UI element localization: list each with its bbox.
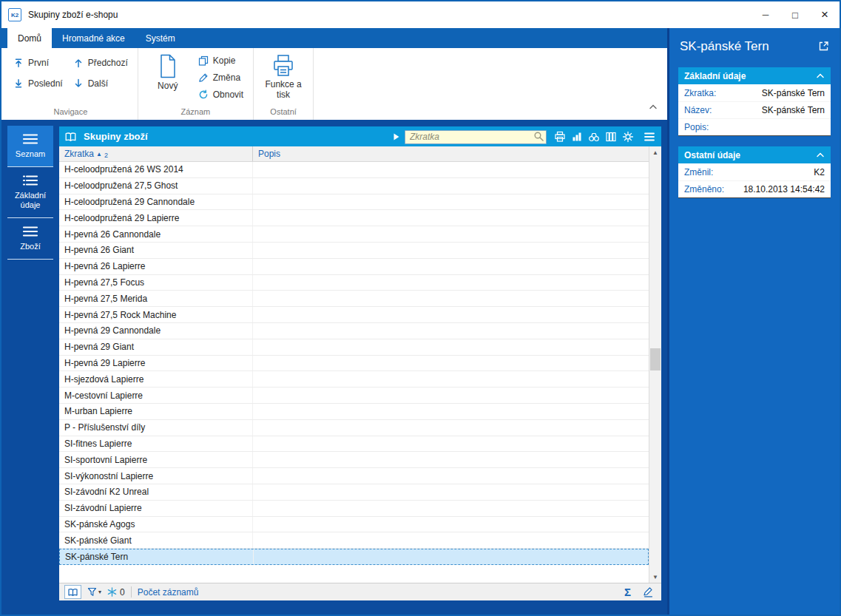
sidebar-item-seznam[interactable]: Seznam — [7, 126, 53, 167]
ribbon-collapse-button[interactable] — [648, 100, 658, 113]
table-row[interactable]: H-pevná 26 Giant — [59, 243, 649, 259]
table-row[interactable]: SI-závodní Lapierre — [59, 501, 649, 517]
menu-button[interactable] — [643, 130, 656, 143]
functions-print-button[interactable]: Funkce a tisk — [260, 53, 307, 100]
scrollbar-thumb[interactable] — [650, 348, 661, 370]
table-row[interactable]: H-celoodpružená 27,5 Ghost — [59, 178, 649, 194]
edit-button[interactable] — [640, 586, 656, 599]
field-zmenil-label: Změnil: — [684, 167, 713, 177]
cell-zkratka: SI-fitnes Lapierre — [59, 436, 253, 452]
table-row[interactable]: SI-fitnes Lapierre — [59, 436, 649, 453]
table-row[interactable]: M-cestovní Lapierre — [59, 387, 649, 404]
table: Zkratka ▲ 2 Popis H-celoodpružená 26 WS … — [59, 146, 649, 583]
new-record-button[interactable]: Nový — [144, 53, 192, 91]
new-record-label: Nový — [158, 81, 178, 91]
table-row[interactable]: H-pevná 29 Lapierre — [59, 356, 649, 372]
titlebar: K2 Skupiny zboží e-shopu ─ □ × — [1, 1, 840, 28]
table-row[interactable]: H-celoodpružená 29 Lapierre — [59, 210, 649, 226]
scrollbar-track[interactable] — [649, 158, 661, 571]
section-zakladni-udaje-title: Základní údaje — [684, 71, 746, 81]
cell-zkratka: SI-závodní K2 Unreal — [59, 484, 253, 500]
table-row[interactable]: H-pevná 29 Cannondale — [59, 323, 649, 339]
close-button[interactable]: × — [810, 1, 840, 28]
chart-button[interactable] — [570, 130, 584, 143]
nav-first-button[interactable]: První — [10, 56, 67, 70]
change-label: Změna — [213, 72, 240, 83]
cell-zkratka: SK-pánské Agogs — [59, 517, 253, 532]
search-box — [405, 129, 547, 143]
window-title: Skupiny zboží e-shopu — [28, 10, 118, 20]
sort-order-number: 2 — [104, 152, 108, 159]
section-zakladni-udaje-header[interactable]: Základní údaje — [678, 67, 831, 84]
records-label[interactable]: Počet záznamů — [138, 587, 199, 598]
collapse-section-button[interactable] — [816, 72, 825, 79]
filter-caret-icon: ▾ — [98, 589, 101, 595]
table-row[interactable]: SK-pánské Tern — [59, 549, 649, 565]
table-row[interactable]: M-urban Lapierre — [59, 404, 649, 420]
ribbon-group-ostatni: Funkce a tisk Ostatní — [254, 48, 314, 120]
cell-popis — [253, 356, 649, 371]
section-ostatni-udaje-body: Změnil: K2 Změněno: 18.10.2013 14:54:42 — [678, 163, 831, 198]
copy-button[interactable]: Kopie — [195, 54, 247, 67]
nav-next-button[interactable]: Další — [70, 77, 132, 90]
sum-icon[interactable]: Σ — [624, 586, 631, 598]
table-row[interactable]: SK-pánské Agogs — [59, 517, 649, 533]
filter-button[interactable]: ▾ — [87, 587, 101, 597]
book-view-toggle[interactable] — [64, 585, 81, 599]
table-row[interactable]: H-pevná 29 Giant — [59, 339, 649, 356]
field-zmeneno: Změněno: 18.10.2013 14:54:42 — [678, 180, 831, 197]
minimize-button[interactable]: ─ — [751, 1, 780, 28]
section-zakladni-udaje-body: Zkratka: SK-pánské Tern Název: SK-pánské… — [678, 84, 831, 136]
column-header-popis[interactable]: Popis — [253, 146, 649, 161]
table-row[interactable]: H-celoodpružená 29 Cannondale — [59, 194, 649, 211]
cell-popis — [253, 243, 649, 258]
group-label-zaznam: Záznam — [138, 106, 253, 120]
tab-domu[interactable]: Domů — [7, 28, 52, 48]
bar-chart-icon — [571, 131, 583, 143]
frozen-records-indicator[interactable]: 0 — [107, 587, 125, 598]
search-input[interactable] — [405, 130, 547, 144]
table-row[interactable]: SI-závodní K2 Unreal — [59, 484, 649, 501]
scroll-up-icon[interactable]: ▲ — [649, 146, 661, 158]
cell-popis — [253, 387, 649, 403]
chevron-up-icon — [816, 152, 825, 158]
table-row[interactable]: H-pevná 26 Cannondale — [59, 226, 649, 243]
table-row[interactable]: P - Příslušenství díly — [59, 420, 649, 436]
collapse-section-button[interactable] — [816, 152, 825, 158]
table-row[interactable]: H-pevná 27,5 Merida — [59, 291, 649, 307]
table-row[interactable]: H-sjezdová Lapierre — [59, 371, 649, 387]
maximize-button[interactable]: □ — [780, 1, 810, 28]
hamburger-menu-icon — [644, 132, 655, 142]
open-detail-button[interactable] — [818, 41, 829, 55]
table-row[interactable]: SK-pánské Giant — [59, 532, 649, 549]
detail-title: SK-pánské Tern — [680, 39, 769, 54]
find-button[interactable] — [587, 130, 601, 143]
table-row[interactable]: SI-sportovní Lapierre — [59, 452, 649, 468]
scroll-down-icon[interactable]: ▼ — [649, 571, 661, 583]
columns-button[interactable] — [604, 130, 618, 143]
sidebar-item-zbozi[interactable]: Zboží — [7, 218, 53, 260]
sidebar-item-zakladni-udaje-label: Základní údaje — [9, 191, 52, 210]
table-row[interactable]: H-celoodpružená 26 WS 2014 — [59, 162, 649, 178]
tab-system[interactable]: Systém — [135, 28, 186, 48]
tab-hromadne-akce[interactable]: Hromadné akce — [52, 28, 135, 48]
table-row[interactable]: H-pevná 27,5 Rock Machine — [59, 307, 649, 323]
nav-previous-button[interactable]: Předchozí — [70, 56, 132, 70]
print-button[interactable] — [553, 130, 567, 143]
play-icon[interactable] — [393, 132, 400, 141]
cell-popis — [254, 549, 648, 564]
sidebar-item-zakladni-udaje[interactable]: Základní údaje — [7, 167, 53, 218]
vertical-scrollbar[interactable]: ▲ ▼ — [649, 146, 661, 583]
table-row[interactable]: SI-výkonostní Lapierre — [59, 468, 649, 484]
section-ostatni-udaje-header[interactable]: Ostatní údaje — [678, 146, 831, 163]
field-nazev: Název: SK-pánské Tern — [678, 101, 831, 118]
nav-last-button[interactable]: Poslední — [10, 77, 67, 90]
column-header-zkratka[interactable]: Zkratka ▲ 2 — [59, 146, 253, 161]
settings-button[interactable] — [621, 130, 635, 143]
table-row[interactable]: H-pevná 26 Lapierre — [59, 259, 649, 275]
change-button[interactable]: Změna — [195, 71, 247, 84]
table-row[interactable]: H-pevná 27,5 Focus — [59, 275, 649, 291]
ribbon: První Poslední Předchozí — [1, 48, 667, 120]
refresh-button[interactable]: Obnovit — [195, 88, 247, 101]
search-icon[interactable] — [533, 131, 544, 142]
